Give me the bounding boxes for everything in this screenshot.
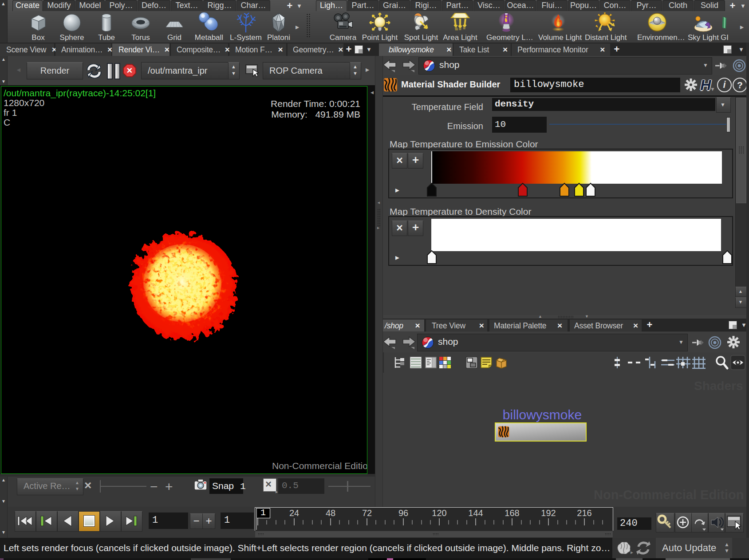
svg-text:×: × [127, 65, 133, 76]
svg-text:144: 144 [468, 508, 483, 518]
svg-text:96: 96 [398, 508, 408, 518]
svg-text:216: 216 [577, 508, 591, 518]
svg-text:120: 120 [432, 508, 446, 518]
svg-text:72: 72 [362, 508, 372, 518]
svg-text:48: 48 [326, 508, 335, 518]
svg-text:168: 168 [505, 508, 519, 518]
svg-text:192: 192 [541, 508, 556, 518]
svg-text:24: 24 [289, 508, 299, 518]
